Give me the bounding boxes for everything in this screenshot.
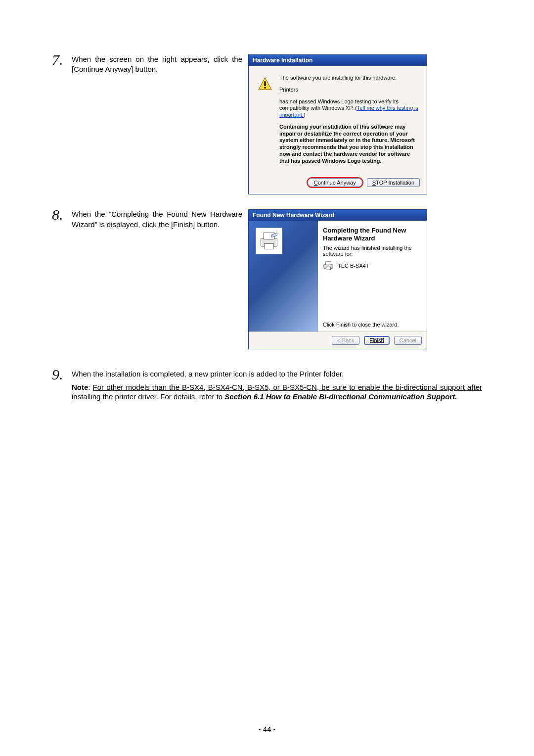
step-7-row: 7. When the screen on the right appears,… — [52, 54, 482, 194]
wizard-sidebar-image — [249, 221, 318, 331]
note-mid: For details, refer to — [160, 392, 224, 401]
svg-rect-2 — [264, 87, 266, 89]
step-8-row: 8. When the “Completing the Found New Ha… — [52, 209, 482, 349]
step-9-note: Note: For other models than the B-SX4, B… — [72, 382, 482, 402]
dlg1-line2: Printers — [279, 87, 420, 94]
dialog-message: The software you are installing for this… — [279, 75, 420, 169]
svg-rect-7 — [326, 262, 331, 265]
step-7-text: When the screen on the right appears, cl… — [72, 54, 242, 75]
continue-anyway-button[interactable]: Continue Anyway — [308, 178, 362, 187]
wizard-device-row: TEC B-SA4T — [323, 261, 422, 271]
step-8-text: When the “Completing the Found New Hardw… — [72, 209, 242, 230]
wizard-subtext: The wizard has finished installing the s… — [323, 245, 422, 257]
page-number: - 44 - — [0, 725, 534, 733]
hardware-installation-dialog: Hardware Installation The software you a… — [248, 54, 427, 194]
svg-rect-8 — [326, 267, 330, 270]
note-label: Note: — [72, 383, 93, 391]
step-9-text: When the installation is completed, a ne… — [72, 369, 482, 379]
printer-icon — [323, 261, 334, 271]
note-bold-italic: Section 6.1 How to Enable Bi-directional… — [224, 392, 457, 401]
finish-button[interactable]: Finish — [364, 336, 389, 345]
warning-icon — [258, 77, 272, 92]
cancel-button: Cancel — [394, 336, 422, 345]
svg-rect-1 — [264, 81, 266, 86]
dlg1-line3: has not passed Windows Logo testing to v… — [279, 98, 420, 119]
back-button: < Back — [332, 336, 359, 345]
step-7-number: 7. — [52, 52, 72, 67]
step-8-number: 8. — [52, 207, 72, 222]
found-new-hardware-wizard-dialog: Found New Hardware Wizard — [248, 209, 427, 349]
wizard-title: Found New Hardware Wizard — [249, 210, 427, 221]
dlg1-strong-warning: Continuing your installation of this sof… — [279, 124, 420, 165]
wizard-close-hint: Click Finish to close the wizard. — [323, 322, 422, 328]
svg-rect-5 — [265, 244, 273, 249]
wizard-side-printer-icon — [256, 228, 282, 254]
dialog-title: Hardware Installation — [249, 55, 427, 66]
step-9-body: When the installation is completed, a ne… — [72, 369, 482, 401]
dlg1-line1: The software you are installing for this… — [279, 75, 420, 82]
step-9-number: 9. — [52, 367, 72, 382]
wizard-device-name: TEC B-SA4T — [338, 263, 369, 269]
step-9-row: 9. When the installation is completed, a… — [52, 369, 482, 401]
stop-installation-button[interactable]: STOP Installation — [367, 178, 420, 187]
wizard-heading: Completing the Found New Hardware Wizard — [323, 227, 422, 242]
